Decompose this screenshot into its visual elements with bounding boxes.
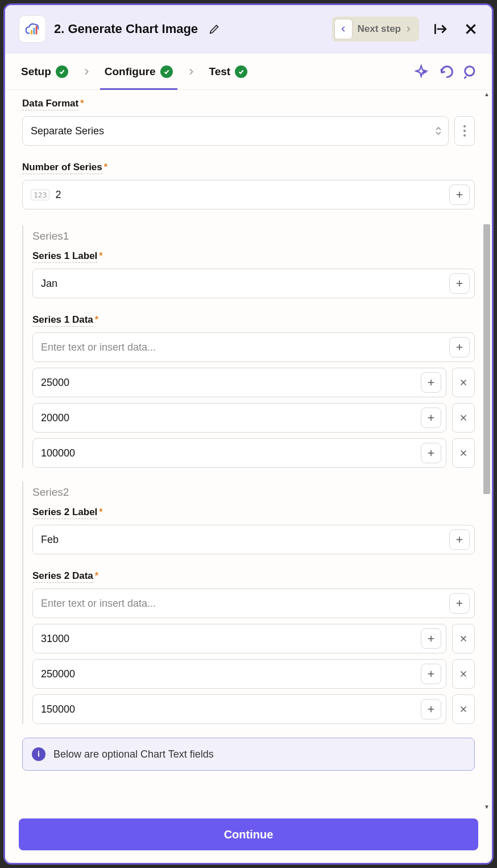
next-step-button[interactable]: Next step [353, 19, 417, 39]
label-series1-data: Series 1 Data [32, 314, 93, 327]
undo-icon[interactable] [438, 64, 454, 80]
check-icon [160, 65, 173, 78]
remove-row-button[interactable] [452, 368, 475, 397]
input-series1-label-value: Jan [41, 278, 57, 290]
step-nav: Next step [332, 17, 419, 42]
svg-rect-2 [36, 26, 38, 34]
series1-data-row: 100000 [32, 438, 475, 468]
field-data-format: Data Format* Separate Series [22, 98, 475, 146]
app-window: 2. Generate Chart Image Next step Setup [3, 3, 494, 865]
label-series1-label: Series 1 Label [32, 250, 97, 263]
svg-line-8 [465, 76, 467, 79]
remove-row-button[interactable] [452, 694, 475, 724]
label-series2-label: Series 2 Label [32, 507, 97, 519]
prev-step-button[interactable] [334, 19, 353, 39]
page-title: 2. Generate Chart Image [54, 22, 198, 36]
series1-data-input[interactable]: 20000 [32, 403, 446, 433]
series2-data-row: 250000 [32, 659, 475, 689]
series1-data-input[interactable]: 100000 [32, 438, 446, 468]
series-2-block: Series2 Series 2 Label* Feb Series 2 Dat… [22, 482, 475, 724]
series1-data-row: 20000 [32, 403, 475, 433]
field-series2-label: Series 2 Label* Feb [32, 507, 475, 554]
input-series1-data-new[interactable]: Enter text or insert data... [32, 332, 475, 362]
input-series2-data-placeholder: Enter text or insert data... [41, 598, 156, 610]
tab-setup-label: Setup [21, 65, 51, 78]
remove-row-button[interactable] [452, 403, 475, 433]
continue-button[interactable]: Continue [19, 818, 478, 850]
check-icon [56, 65, 68, 78]
series2-data-input[interactable]: 250000 [32, 659, 446, 689]
insert-data-button[interactable] [449, 529, 470, 550]
input-series2-data-new[interactable]: Enter text or insert data... [32, 589, 475, 618]
edit-title-icon[interactable] [208, 23, 221, 35]
insert-data-button[interactable] [449, 184, 470, 205]
field-series1-label: Series 1 Label* Jan [32, 250, 475, 298]
insert-data-button[interactable] [449, 593, 470, 614]
svg-rect-1 [33, 28, 35, 34]
search-icon[interactable] [462, 64, 478, 80]
field-series1-data: Series 1 Data* Enter text or insert data… [32, 314, 475, 468]
updown-icon [436, 127, 441, 135]
scrollbar[interactable]: ▲ ▼ [483, 90, 491, 811]
app-logo [19, 15, 46, 43]
scroll-up-icon[interactable]: ▲ [484, 90, 490, 98]
header: 2. Generate Chart Image Next step [5, 5, 492, 54]
insert-data-button[interactable] [421, 699, 441, 719]
input-series2-label[interactable]: Feb [32, 525, 475, 554]
input-series1-data-placeholder: Enter text or insert data... [41, 342, 156, 353]
series2-data-input[interactable]: 31000 [32, 624, 446, 653]
remove-row-button[interactable] [452, 659, 475, 689]
tab-setup[interactable]: Setup [19, 54, 71, 89]
expand-icon[interactable] [433, 22, 448, 36]
field-series2-data: Series 2 Data* Enter text or insert data… [32, 570, 475, 724]
label-series2-data: Series 2 Data [32, 570, 93, 583]
remove-row-button[interactable] [452, 438, 475, 468]
type-badge: 123 [31, 190, 49, 200]
input-series2-label-value: Feb [41, 534, 59, 546]
remove-row-button[interactable] [452, 624, 475, 653]
insert-data-button[interactable] [449, 273, 470, 294]
chevron-right-icon [187, 67, 196, 76]
select-data-format[interactable]: Separate Series [22, 116, 449, 146]
series2-data-input[interactable]: 150000 [32, 694, 446, 724]
svg-point-7 [465, 66, 474, 75]
field-menu-button[interactable] [454, 116, 475, 146]
insert-data-button[interactable] [449, 337, 470, 357]
insert-data-button[interactable] [421, 372, 441, 393]
series-1-block: Series1 Series 1 Label* Jan Series 1 Dat… [22, 225, 475, 468]
scroll-thumb[interactable] [483, 224, 490, 494]
step-tabs: Setup Configure Test [5, 54, 492, 90]
label-num-series: Number of Series [22, 162, 102, 174]
info-icon: i [32, 747, 45, 761]
form-body: Data Format* Separate Series Number of S… [5, 90, 492, 811]
tab-configure-label: Configure [105, 65, 156, 78]
insert-data-button[interactable] [421, 628, 441, 649]
info-text: Below are optional Chart Text fields [53, 748, 214, 760]
chevron-right-icon [82, 67, 91, 76]
input-num-series[interactable]: 123 2 [22, 180, 475, 209]
footer: Continue [5, 811, 492, 863]
select-data-format-value: Separate Series [31, 125, 104, 137]
insert-data-button[interactable] [421, 443, 441, 463]
series-2-heading: Series2 [32, 482, 475, 499]
insert-data-button[interactable] [421, 664, 441, 684]
tab-test[interactable]: Test [207, 54, 250, 89]
series2-data-row: 150000 [32, 694, 475, 724]
tab-configure[interactable]: Configure [102, 54, 175, 89]
series1-data-input[interactable]: 25000 [32, 368, 446, 397]
series-1-heading: Series1 [32, 225, 475, 242]
input-series1-label[interactable]: Jan [32, 269, 475, 298]
svg-rect-0 [31, 30, 32, 35]
scroll-down-icon[interactable]: ▼ [484, 803, 490, 811]
field-num-series: Number of Series* 123 2 [22, 162, 475, 209]
optional-fields-info: i Below are optional Chart Text fields [22, 738, 475, 771]
close-icon[interactable] [463, 22, 478, 36]
ai-sparkle-icon[interactable] [415, 64, 430, 80]
series1-data-row: 25000 [32, 368, 475, 397]
label-data-format: Data Format [22, 98, 78, 110]
check-icon [235, 65, 247, 78]
input-num-series-value: 2 [55, 189, 61, 201]
insert-data-button[interactable] [421, 408, 441, 428]
tab-test-label: Test [209, 65, 231, 78]
series2-data-row: 31000 [32, 624, 475, 653]
